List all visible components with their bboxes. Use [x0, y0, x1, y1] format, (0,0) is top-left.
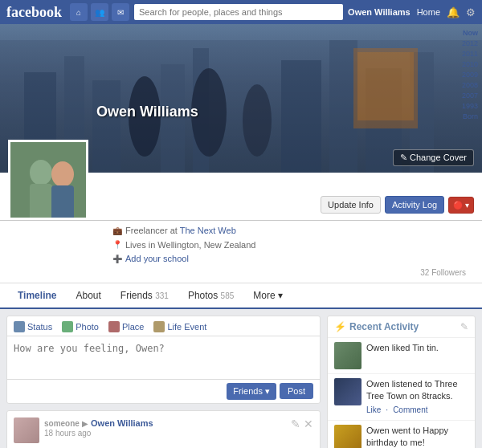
- post-1-avatar: [14, 417, 39, 443]
- tab-timeline[interactable]: Timeline: [8, 283, 66, 309]
- activity-log-button[interactable]: Activity Log: [385, 196, 444, 214]
- timeline-now[interactable]: Now: [460, 28, 480, 38]
- post-footer: Friends ▾ Post: [7, 379, 320, 403]
- svg-rect-17: [30, 184, 52, 220]
- comment-link-2[interactable]: Comment: [393, 405, 427, 416]
- place-tab[interactable]: Place: [108, 321, 145, 336]
- friends-nav-icon[interactable]: 👥: [91, 3, 108, 21]
- profile-name: Owen Williams: [96, 104, 198, 120]
- tabs-bar: Timeline About Friends 331 Photos 585 Mo…: [0, 283, 482, 309]
- header: facebook ⌂ 👥 ✉ Owen Williams Home 🔔 ⚙: [0, 0, 482, 24]
- activity-thumb-1: [334, 342, 362, 369]
- svg-rect-6: [281, 60, 321, 173]
- like-link-2[interactable]: Like: [366, 405, 381, 416]
- post-button[interactable]: Post: [280, 383, 313, 399]
- activity-thumb-2: [334, 378, 362, 405]
- status-tab[interactable]: Status: [14, 321, 52, 336]
- timeline-2009[interactable]: 2009: [460, 70, 480, 79]
- header-right: Owen Williams Home 🔔 ⚙: [348, 6, 476, 18]
- post-1-actions: ✎ ✕: [291, 417, 313, 430]
- life-event-icon: [153, 321, 165, 332]
- followers-count: 32 Followers: [420, 267, 474, 279]
- x-icon[interactable]: ✕: [304, 417, 313, 430]
- post-1-time: 18 hours ago: [44, 429, 286, 438]
- svg-rect-14: [357, 52, 414, 120]
- change-cover-button[interactable]: ✎ Change Cover: [393, 149, 474, 166]
- school-text[interactable]: Add your school: [125, 252, 189, 267]
- facebook-logo: facebook: [6, 4, 62, 21]
- avatar-image: [10, 142, 88, 220]
- timeline-2008[interactable]: 2008: [460, 80, 480, 90]
- timeline-nav: Now 2012 2011 2010 2009 2008 2007 1993 B…: [460, 28, 480, 121]
- activity-icon: ⚡: [334, 321, 346, 332]
- svg-rect-7: [329, 40, 357, 173]
- recent-activity-title: ⚡ Recent Activity: [334, 321, 419, 332]
- tab-more[interactable]: More ▾: [243, 283, 292, 309]
- svg-rect-3: [92, 80, 120, 173]
- activity-item-3: Owen went to Happy birthday to me!: [328, 421, 475, 448]
- feed-post-1: someone ▶ Owen Williams 18 hours ago ✎ ✕…: [6, 410, 321, 448]
- info-school[interactable]: ➕ Add your school: [112, 252, 474, 267]
- search-input[interactable]: [134, 4, 343, 20]
- activity-dropdown[interactable]: 🔴 ▾: [448, 197, 474, 214]
- photo-tab[interactable]: Photo: [62, 321, 99, 336]
- activity-item-1: Owen liked Tin tin.: [328, 338, 475, 374]
- tab-photos[interactable]: Photos 585: [178, 283, 243, 309]
- timeline-1993[interactable]: 1993: [460, 101, 480, 111]
- header-nav-icons: ⌂ 👥 ✉: [70, 3, 129, 21]
- more-chevron: ▾: [278, 290, 283, 301]
- job-link[interactable]: The Next Web: [180, 226, 236, 235]
- location-icon: 📍: [112, 238, 122, 251]
- activity-text-1: Owen liked Tin tin.: [366, 342, 439, 354]
- status-icon: [14, 321, 25, 332]
- timeline-2011[interactable]: 2011: [460, 49, 480, 59]
- job-text: Freelancer at The Next Web: [125, 224, 236, 238]
- pencil-icon[interactable]: ✎: [291, 417, 300, 430]
- right-column: ⚡ Recent Activity ✎ Owen liked Tin tin. …: [327, 316, 476, 448]
- timeline-2012[interactable]: 2012: [460, 39, 480, 48]
- recent-activity-section: ⚡ Recent Activity ✎ Owen liked Tin tin. …: [327, 316, 476, 448]
- timeline-2007[interactable]: 2007: [460, 91, 480, 100]
- update-info-button[interactable]: Update Info: [321, 196, 381, 214]
- profile-bar: Update Info Activity Log 🔴 ▾: [0, 173, 482, 221]
- location-text: Lives in Wellington, New Zealand: [125, 238, 255, 253]
- post-1-author[interactable]: Owen Williams: [91, 418, 153, 428]
- post-1-meta: someone ▶ Owen Williams 18 hours ago: [44, 417, 286, 438]
- notifications-icon[interactable]: 🔔: [447, 6, 460, 18]
- job-icon: 💼: [112, 225, 122, 238]
- life-event-tab[interactable]: Life Event: [153, 321, 206, 336]
- messages-nav-icon[interactable]: ✉: [112, 3, 129, 21]
- post-box: Status Photo Place Life Event: [6, 316, 321, 404]
- info-bar: 💼 Freelancer at The Next Web 📍 Lives in …: [0, 221, 482, 283]
- post-1-from[interactable]: someone: [44, 419, 80, 428]
- recent-activity-header: ⚡ Recent Activity ✎: [328, 316, 475, 338]
- audience-selector[interactable]: Friends ▾: [227, 383, 276, 400]
- home-nav-icon[interactable]: ⌂: [70, 3, 88, 21]
- activity-sub-2: Like · Comment: [366, 405, 468, 416]
- timeline-born[interactable]: Born: [460, 112, 480, 121]
- post-1-header: someone ▶ Owen Williams 18 hours ago ✎ ✕: [14, 417, 313, 443]
- svg-point-18: [51, 161, 74, 187]
- activity-text-2: Owen listened to Three Tree Town on 8tra…: [366, 378, 468, 416]
- profile-avatar: [8, 140, 88, 220]
- tab-about[interactable]: About: [66, 283, 110, 309]
- timeline-2010[interactable]: 2010: [460, 59, 480, 69]
- profile-actions: Update Info Activity Log 🔴 ▾: [321, 196, 474, 220]
- header-home-link[interactable]: Home: [417, 7, 440, 17]
- left-column: Status Photo Place Life Event: [6, 316, 321, 448]
- settings-icon[interactable]: ⚙: [466, 6, 476, 18]
- svg-rect-19: [51, 185, 74, 220]
- photo-icon: [62, 321, 73, 332]
- main-content: Status Photo Place Life Event: [0, 309, 482, 448]
- svg-point-12: [243, 84, 272, 157]
- activity-item-2: Owen listened to Three Tree Town on 8tra…: [328, 374, 475, 421]
- post-input[interactable]: [7, 336, 320, 377]
- header-user-name[interactable]: Owen Williams: [348, 7, 411, 17]
- place-icon: [108, 321, 120, 332]
- post-tabs: Status Photo Place Life Event: [7, 316, 320, 336]
- activity-edit-icon[interactable]: ✎: [460, 321, 468, 332]
- tab-friends[interactable]: Friends 331: [111, 283, 178, 309]
- activity-thumb-3: [334, 425, 362, 448]
- school-icon: ➕: [112, 253, 122, 266]
- info-job: 💼 Freelancer at The Next Web: [112, 224, 474, 238]
